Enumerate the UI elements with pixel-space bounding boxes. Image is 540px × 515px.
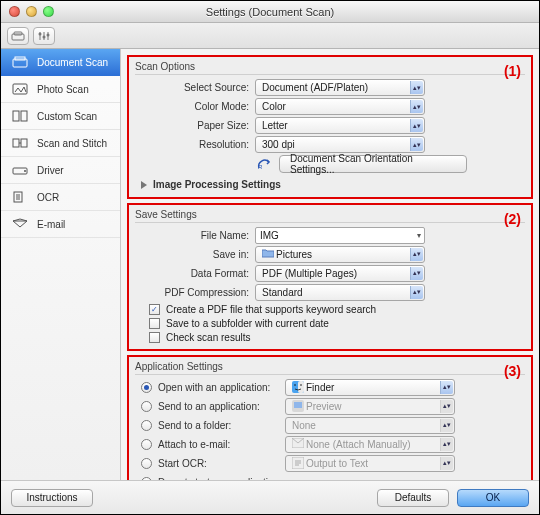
svg-point-25 — [294, 384, 296, 386]
data-format-dropdown[interactable]: PDF (Multiple Pages) ▴▾ — [255, 265, 425, 282]
image-processing-label: Image Processing Settings — [153, 179, 281, 190]
sidebar-item-scan-and-stitch[interactable]: Scan and Stitch — [1, 130, 120, 157]
sidebar-item-photo-scan[interactable]: Photo Scan — [1, 76, 120, 103]
defaults-label: Defaults — [395, 492, 432, 503]
footer: Instructions Defaults OK — [1, 480, 539, 514]
select-source-label: Select Source: — [135, 82, 255, 93]
sidebar-item-document-scan[interactable]: Document Scan — [1, 49, 120, 76]
resolution-dropdown[interactable]: 300 dpi ▴▾ — [255, 136, 425, 153]
sidebar-item-email[interactable]: E-mail — [1, 211, 120, 238]
close-window-button[interactable] — [9, 6, 20, 17]
subfolder-checkbox[interactable] — [149, 318, 160, 329]
save-settings-title: Save Settings — [135, 209, 525, 223]
send-to-app-label: Send to an application: — [158, 401, 260, 412]
pdf-keyword-checkbox[interactable]: ✓ — [149, 304, 160, 315]
sidebar-item-label: Custom Scan — [37, 111, 97, 122]
start-ocr-value: Output to Text — [306, 458, 368, 469]
sidebar-item-label: E-mail — [37, 219, 65, 230]
main-pane: (1) Scan Options Select Source: Document… — [121, 49, 539, 480]
section-number-3: (3) — [504, 363, 521, 379]
chevron-updown-icon: ▴▾ — [413, 289, 421, 295]
file-name-value: IMG — [260, 230, 279, 241]
chevron-updown-icon: ▴▾ — [413, 142, 421, 148]
image-processing-disclosure[interactable]: Image Processing Settings — [141, 179, 281, 190]
zoom-window-button[interactable] — [43, 6, 54, 17]
send-to-folder-dropdown[interactable]: None ▴▾ — [285, 417, 455, 434]
select-source-value: Document (ADF/Platen) — [262, 82, 368, 93]
paper-size-label: Paper Size: — [135, 120, 255, 131]
open-with-radio[interactable] — [141, 382, 152, 393]
attach-email-dropdown[interactable]: None (Attach Manually) ▴▾ — [285, 436, 455, 453]
start-ocr-dropdown[interactable]: Output to Text ▴▾ — [285, 455, 455, 472]
sidebar-item-ocr[interactable]: OCR — [1, 184, 120, 211]
pdf-compression-dropdown[interactable]: Standard ▴▾ — [255, 284, 425, 301]
defaults-button[interactable]: Defaults — [377, 489, 449, 507]
color-mode-dropdown[interactable]: Color ▴▾ — [255, 98, 425, 115]
open-with-value: Finder — [306, 382, 334, 393]
instructions-button[interactable]: Instructions — [11, 489, 93, 507]
chevron-updown-icon: ▴▾ — [443, 422, 451, 428]
scan-and-stitch-icon — [11, 136, 29, 150]
do-not-start-radio[interactable] — [141, 477, 152, 481]
section-number-1: (1) — [504, 63, 521, 79]
attach-email-value: None (Attach Manually) — [306, 439, 411, 450]
save-settings-section: (2) Save Settings File Name: IMG ▾ Save … — [127, 203, 533, 351]
chevron-updown-icon: ▴▾ — [413, 123, 421, 129]
select-source-dropdown[interactable]: Document (ADF/Platen) ▴▾ — [255, 79, 425, 96]
sidebar-item-custom-scan[interactable]: Custom Scan — [1, 103, 120, 130]
sidebar-item-label: Document Scan — [37, 57, 108, 68]
send-to-folder-radio[interactable] — [141, 420, 152, 431]
text-icon — [292, 457, 304, 469]
ocr-icon — [11, 190, 29, 204]
svg-rect-12 — [21, 111, 27, 121]
window-controls — [1, 6, 54, 17]
open-with-dropdown[interactable]: Finder ▴▾ — [285, 379, 455, 396]
svg-point-7 — [47, 33, 50, 36]
sidebar-item-driver[interactable]: Driver — [1, 157, 120, 184]
file-name-input[interactable]: IMG ▾ — [255, 227, 425, 244]
svg-point-17 — [24, 170, 26, 172]
orientation-settings-button[interactable]: Document Scan Orientation Settings... — [279, 155, 467, 173]
attach-email-radio[interactable] — [141, 439, 152, 450]
email-icon — [11, 217, 29, 231]
orientation-icon: R — [255, 156, 275, 172]
toolbar-scan-button[interactable] — [7, 27, 29, 45]
chevron-updown-icon: ▴▾ — [413, 85, 421, 91]
data-format-value: PDF (Multiple Pages) — [262, 268, 357, 279]
chevron-updown-icon: ▴▾ — [443, 403, 451, 409]
driver-icon — [11, 163, 29, 177]
chevron-updown-icon: ▴▾ — [413, 104, 421, 110]
send-to-app-dropdown[interactable]: Preview ▴▾ — [285, 398, 455, 415]
save-in-dropdown[interactable]: Pictures ▴▾ — [255, 246, 425, 263]
send-to-app-radio[interactable] — [141, 401, 152, 412]
minimize-window-button[interactable] — [26, 6, 37, 17]
photo-scan-icon — [11, 82, 29, 96]
color-mode-value: Color — [262, 101, 286, 112]
resolution-value: 300 dpi — [262, 139, 295, 150]
svg-rect-11 — [13, 111, 19, 121]
send-to-folder-value: None — [292, 420, 316, 431]
check-results-checkbox[interactable] — [149, 332, 160, 343]
chevron-updown-icon: ▴▾ — [443, 460, 451, 466]
start-ocr-radio[interactable] — [141, 458, 152, 469]
ok-button[interactable]: OK — [457, 489, 529, 507]
toolbar-sliders-button[interactable] — [33, 27, 55, 45]
chevron-updown-icon: ▴▾ — [443, 441, 451, 447]
paper-size-dropdown[interactable]: Letter ▴▾ — [255, 117, 425, 134]
file-name-label: File Name: — [135, 230, 255, 241]
attach-email-label: Attach to e-mail: — [158, 439, 230, 450]
body: Document Scan Photo Scan Custom Scan Sca… — [1, 49, 539, 480]
folder-icon — [262, 248, 274, 260]
data-format-label: Data Format: — [135, 268, 255, 279]
pdf-compression-label: PDF Compression: — [135, 287, 255, 298]
sidebar-item-label: Photo Scan — [37, 84, 89, 95]
do-not-start-label: Do not start any application — [158, 477, 279, 481]
window-title: Settings (Document Scan) — [1, 6, 539, 18]
svg-rect-13 — [13, 139, 19, 147]
check-results-label: Check scan results — [166, 332, 250, 343]
titlebar: Settings (Document Scan) — [1, 1, 539, 23]
instructions-label: Instructions — [26, 492, 77, 503]
sidebar-item-label: Driver — [37, 165, 64, 176]
chevron-updown-icon: ▴▾ — [413, 270, 421, 276]
save-in-value: Pictures — [276, 249, 312, 260]
